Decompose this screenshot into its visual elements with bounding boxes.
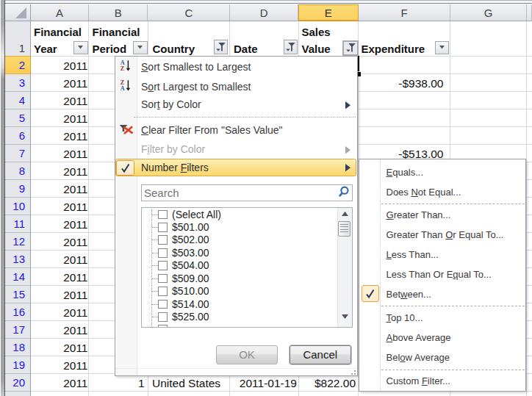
- svg-text:A: A: [120, 85, 124, 92]
- svg-text:Z: Z: [120, 65, 124, 72]
